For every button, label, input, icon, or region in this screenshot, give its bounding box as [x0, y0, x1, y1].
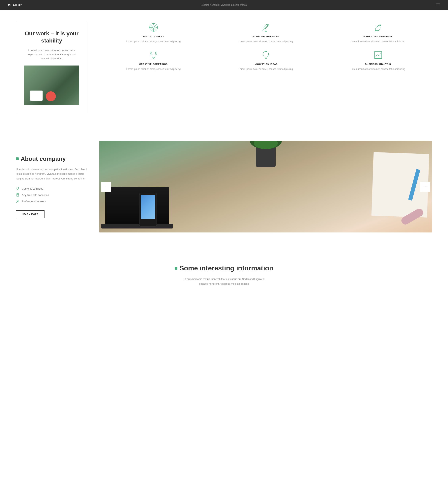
- idea-text: Came up with idea: [22, 187, 43, 190]
- lightbulb-icon-svg: [261, 50, 271, 60]
- connection-icon: [16, 193, 19, 197]
- work-left-panel: Our work – it is your stability Lorem ip…: [16, 22, 88, 113]
- list-item-workers: Professional workers: [16, 200, 88, 203]
- laptop-screen: [105, 187, 169, 225]
- chart-icon-svg: [373, 50, 383, 60]
- workers-icon: [16, 200, 19, 203]
- feature-desc-innovation: Lorem ipsum dolor sit amet, consec tetur…: [239, 67, 293, 71]
- info-body: Ut euismod odio metus, non volutpat elit…: [180, 277, 268, 286]
- idea-icon: [16, 187, 19, 190]
- feature-title-target: TARGET MARKET: [143, 35, 164, 38]
- creative-icon: [148, 49, 159, 61]
- section-work: Our work – it is your stability Lorem ip…: [0, 10, 448, 125]
- info-heading: Some interesting information: [16, 264, 432, 272]
- list-item-connection: Any time with conection: [16, 193, 88, 197]
- feature-desc-startup: Lorem ipsum dolor sit amet, consec tetur…: [239, 40, 293, 43]
- about-list: Came up with idea Any time with conectio…: [16, 187, 88, 203]
- feature-creative: CREATIVE COMPAINGS Lorem ipsum dolor sit…: [99, 49, 208, 71]
- navbar: CLARUS Sodales hendrerit. Vivamus molest…: [0, 0, 448, 10]
- about-image-container: ← →: [99, 141, 432, 233]
- feature-target-market: TARGET MARKET Lorem ipsum dolor sit amet…: [99, 22, 208, 43]
- svg-point-2: [152, 26, 155, 29]
- feature-marketing: MARKETING STRATEGY Lorem ipsum dolor sit…: [324, 22, 432, 43]
- feature-business: BUSINESS ANALYSIS Lorem ipsum dolor sit …: [324, 49, 432, 71]
- feature-innovation: INNOVATION IDEAS Lorem ipsum dolor sit a…: [212, 49, 320, 71]
- section-about: About company Ut euismod odio metus, non…: [0, 125, 448, 248]
- innovation-icon: [260, 49, 271, 61]
- feature-desc-creative: Lorem ipsum dolor sit amet, consec tetur…: [126, 67, 181, 71]
- feature-desc-marketing: Lorem ipsum dolor sit amet, consec tetur…: [351, 40, 405, 43]
- svg-point-12: [380, 25, 380, 26]
- about-image: [99, 141, 432, 233]
- connection-text: Any time with conection: [22, 194, 49, 196]
- target-icon-svg: [149, 23, 158, 32]
- about-heading: About company: [16, 156, 88, 162]
- startup-icon: [260, 22, 271, 33]
- svg-rect-24: [375, 51, 382, 59]
- menu-line-3: [436, 6, 440, 6]
- feature-title-creative: CREATIVE COMPAINGS: [139, 63, 168, 65]
- person-small-icon: [16, 200, 19, 203]
- feature-title-startup: START UP PROJECTS: [253, 35, 279, 38]
- info-heading-dot: [175, 267, 177, 270]
- work-image-inner: [24, 65, 79, 105]
- trophy-icon-svg: [149, 50, 158, 60]
- bookmark-small-icon: [16, 193, 19, 196]
- plant-pot: [256, 145, 276, 167]
- svg-line-13: [375, 31, 375, 32]
- list-item-idea: Came up with idea: [16, 187, 88, 190]
- learn-more-button[interactable]: LEARN MORE: [16, 210, 45, 218]
- navbar-tagline: Sodales hendrerit. Vivamus molestie metu…: [201, 4, 247, 6]
- feature-startup: START UP PROJECTS Lorem ipsum dolor sit …: [212, 22, 320, 43]
- workers-text: Professional workers: [22, 200, 46, 203]
- hamburger-menu[interactable]: [436, 4, 440, 6]
- brand-logo: CLARUS: [8, 3, 23, 7]
- features-grid: TARGET MARKET Lorem ipsum dolor sit amet…: [99, 22, 432, 71]
- feature-desc-target: Lorem ipsum dolor sit amet, consec tetur…: [126, 40, 181, 43]
- marketing-icon: [373, 22, 384, 33]
- target-market-icon: [148, 22, 159, 33]
- heading-accent-dot: [16, 157, 19, 160]
- menu-line-1: [436, 4, 440, 4]
- carousel-prev-button[interactable]: ←: [101, 182, 111, 192]
- svg-point-1: [151, 25, 156, 30]
- feature-title-innovation: INNOVATION IDEAS: [254, 63, 278, 65]
- work-description: Lorem ipsum dolor sit amet, consec tetur…: [24, 48, 79, 61]
- about-body: Ut euismod odio metus, non volutpat elit…: [16, 167, 88, 181]
- telescope-icon-svg: [261, 23, 271, 32]
- phone: [139, 193, 157, 226]
- horse-icon-svg: [373, 23, 383, 32]
- svg-line-14: [377, 31, 377, 32]
- work-title: Our work – it is your stability: [24, 30, 79, 45]
- svg-rect-28: [17, 194, 19, 196]
- about-left-panel: About company Ut euismod odio metus, non…: [16, 156, 88, 218]
- svg-point-30: [17, 200, 18, 201]
- phone-screen: [141, 195, 155, 219]
- lightbulb-small-icon: [16, 187, 19, 190]
- work-image: [24, 65, 79, 105]
- carousel-next-button[interactable]: →: [420, 182, 430, 192]
- menu-line-2: [436, 5, 440, 5]
- feature-title-marketing: MARKETING STRATEGY: [363, 35, 392, 38]
- business-icon: [373, 49, 384, 61]
- info-heading-text: Some interesting information: [179, 264, 273, 272]
- section-info: Some interesting information Ut euismod …: [0, 248, 448, 294]
- laptop-base: [101, 224, 173, 228]
- feature-title-business: BUSINESS ANALYSIS: [365, 63, 391, 65]
- feature-desc-business: Lorem ipsum dolor sit amet, consec tetur…: [351, 67, 405, 71]
